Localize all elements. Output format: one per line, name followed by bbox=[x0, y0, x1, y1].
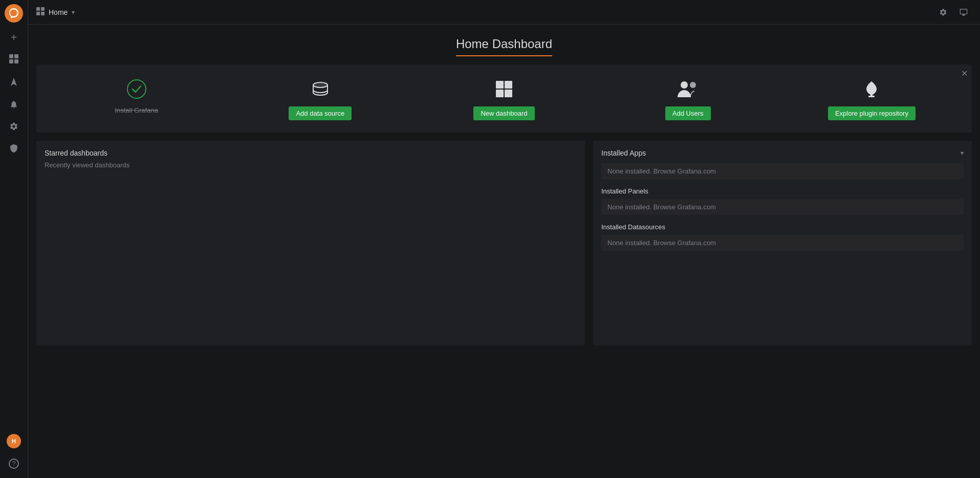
explore-icon bbox=[9, 77, 19, 90]
main-content: Home Dashboard ✕ Install Grafana bbox=[28, 25, 980, 478]
install-grafana-label: Install Grafana bbox=[115, 106, 158, 114]
svg-point-17 bbox=[681, 81, 688, 89]
installed-panels-section: Installed Panels None installed. Browse … bbox=[601, 187, 964, 215]
svg-rect-7 bbox=[41, 7, 45, 11]
avatar[interactable]: H bbox=[7, 434, 21, 448]
settings-button[interactable] bbox=[935, 4, 951, 20]
explore-plugins-icon bbox=[861, 77, 882, 101]
add-datasource-icon bbox=[310, 77, 331, 101]
svg-rect-9 bbox=[41, 12, 45, 15]
installed-apps-none: None installed. Browse Grafana.com bbox=[601, 163, 964, 179]
svg-point-12 bbox=[313, 82, 328, 88]
page-title-section: Home Dashboard bbox=[28, 25, 980, 64]
svg-point-10 bbox=[127, 80, 146, 98]
plus-icon: + bbox=[11, 32, 17, 44]
topbar-right bbox=[935, 4, 972, 20]
installed-apps-header: Installed Apps ▾ bbox=[601, 149, 964, 157]
browse-grafana-apps-link[interactable]: Browse Grafana.com bbox=[654, 167, 716, 175]
help-icon: ? bbox=[9, 459, 19, 469]
steps-panel: ✕ Install Grafana bbox=[36, 64, 972, 133]
topbar-chevron-icon[interactable]: ▾ bbox=[72, 9, 75, 16]
shield-icon bbox=[9, 144, 18, 156]
sidebar-item-configuration[interactable] bbox=[0, 117, 28, 139]
page-title: Home Dashboard bbox=[456, 37, 552, 56]
sidebar-item-alerting[interactable] bbox=[0, 95, 28, 117]
step-add-datasource: Add data source bbox=[228, 77, 412, 120]
topbar-title[interactable]: Home bbox=[49, 8, 68, 16]
starred-dashboards-title: Starred dashboards bbox=[45, 149, 577, 157]
installed-panels-title: Installed Panels bbox=[601, 187, 964, 195]
sidebar-item-help[interactable]: ? bbox=[0, 453, 28, 474]
sidebar-item-dashboards[interactable] bbox=[0, 49, 28, 72]
sidebar-item-explore[interactable] bbox=[0, 72, 28, 95]
svg-rect-14 bbox=[505, 81, 512, 89]
installed-apps-title: Installed Apps bbox=[601, 149, 646, 157]
svg-rect-1 bbox=[9, 54, 13, 58]
sidebar-item-avatar[interactable]: H bbox=[0, 429, 28, 453]
gear-icon bbox=[9, 122, 18, 134]
sidebar: + H ? bbox=[0, 0, 28, 478]
close-panel-button[interactable]: ✕ bbox=[961, 69, 968, 78]
sidebar-item-create[interactable]: + bbox=[0, 27, 28, 49]
svg-rect-19 bbox=[868, 96, 875, 97]
installed-datasources-none: None installed. Browse Grafana.com bbox=[601, 235, 964, 251]
topbar-left: Home ▾ bbox=[36, 7, 75, 17]
bell-icon bbox=[9, 100, 18, 112]
svg-rect-3 bbox=[9, 59, 13, 63]
step-install-grafana: Install Grafana bbox=[45, 77, 228, 114]
sidebar-item-shield[interactable] bbox=[0, 139, 28, 161]
new-dashboard-button[interactable]: New dashboard bbox=[473, 106, 534, 120]
monitor-button[interactable] bbox=[955, 4, 972, 20]
grid-icon bbox=[36, 7, 45, 17]
svg-rect-6 bbox=[36, 7, 40, 11]
svg-rect-4 bbox=[14, 59, 18, 63]
svg-point-0 bbox=[5, 4, 23, 23]
installed-panels-none: None installed. Browse Grafana.com bbox=[601, 199, 964, 215]
installed-apps-chevron-icon[interactable]: ▾ bbox=[961, 149, 964, 157]
new-dashboard-icon bbox=[494, 77, 514, 101]
svg-rect-15 bbox=[496, 90, 504, 97]
step-explore-plugins: Explore plugin repository bbox=[780, 77, 964, 120]
topbar: Home ▾ bbox=[28, 0, 980, 25]
right-panel: Installed Apps ▾ None installed. Browse … bbox=[593, 141, 972, 345]
svg-rect-8 bbox=[36, 12, 40, 15]
step-new-dashboard: New dashboard bbox=[412, 77, 596, 120]
step-add-users: Add Users bbox=[596, 77, 780, 120]
svg-marker-5 bbox=[11, 78, 17, 86]
installed-apps-section: Installed Apps ▾ None installed. Browse … bbox=[601, 149, 964, 179]
sidebar-bottom: H ? bbox=[0, 429, 28, 474]
svg-point-18 bbox=[690, 82, 696, 88]
explore-plugins-button[interactable]: Explore plugin repository bbox=[828, 106, 916, 120]
add-datasource-button[interactable]: Add data source bbox=[289, 106, 352, 120]
svg-rect-2 bbox=[14, 54, 18, 58]
installed-datasources-title: Installed Datasources bbox=[601, 223, 964, 231]
left-panel: Starred dashboards Recently viewed dashb… bbox=[36, 141, 585, 345]
recently-viewed-title: Recently viewed dashboards bbox=[45, 161, 577, 169]
browse-grafana-panels-link[interactable]: Browse Grafana.com bbox=[654, 203, 716, 211]
add-users-button[interactable]: Add Users bbox=[665, 106, 711, 120]
svg-rect-16 bbox=[505, 90, 512, 97]
grafana-logo[interactable] bbox=[5, 4, 23, 23]
install-grafana-icon bbox=[126, 77, 147, 101]
add-users-icon bbox=[677, 77, 699, 101]
steps-row: Install Grafana Add data source bbox=[45, 77, 964, 120]
svg-rect-13 bbox=[496, 81, 504, 89]
dashboards-icon bbox=[9, 54, 19, 67]
content-area: Starred dashboards Recently viewed dashb… bbox=[36, 141, 972, 345]
browse-grafana-datasources-link[interactable]: Browse Grafana.com bbox=[654, 239, 716, 247]
installed-datasources-section: Installed Datasources None installed. Br… bbox=[601, 223, 964, 251]
